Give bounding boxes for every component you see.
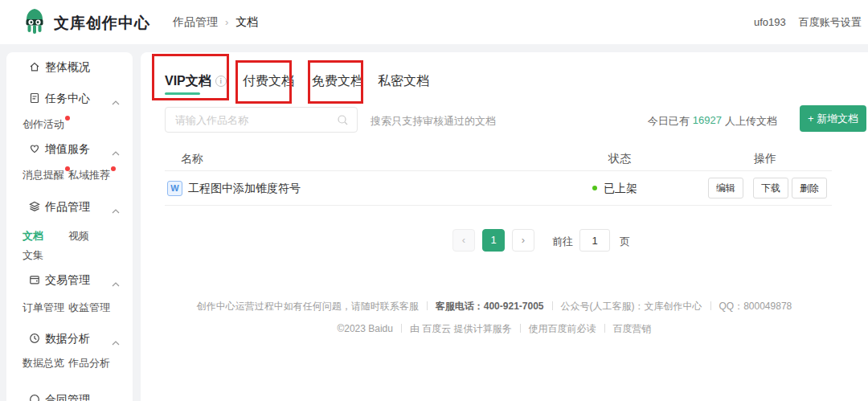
footer-qq: QQ：800049878 [719,301,792,312]
breadcrumb-separator: › [225,16,228,28]
home-icon [28,60,41,76]
footer-support-text: 创作中心运营过程中如有任何问题，请随时联系客服 [197,301,419,312]
sidebar-item-value-added[interactable]: 增值服务 [6,142,133,157]
divider [710,301,711,310]
pagination-unit-label: 页 [620,235,630,249]
sidebar-item-label: 数据分析 [45,332,90,346]
notification-dot [65,116,70,121]
add-document-button[interactable]: + 新增文档 [800,105,866,132]
sidebar-item-works-management[interactable]: 作品管理 [6,200,133,215]
delete-button[interactable]: 删除 [792,178,827,198]
sidebar-subitem-income-management[interactable]: 收益管理 [68,301,110,314]
footer-notice-link[interactable]: 使用百度前必读 [529,323,596,334]
sidebar-subitem-docs[interactable]: 文档 [23,230,43,243]
breadcrumb-parent[interactable]: 作品管理 [173,15,218,30]
circle-icon [28,393,41,401]
pagination-page-1[interactable]: 1 [482,229,505,252]
pagination-prev-button[interactable]: ‹ [452,229,475,252]
top-header: 文库创作中心 作品管理 › 文档 ufo193 百度账号设置 退出 [0,0,868,44]
notification-dot [111,166,116,171]
sidebar-item-trade-management[interactable]: 交易管理 [6,273,133,288]
footer-line-1: 创作中心运营过程中如有任何问题，请随时联系客服客服电话：400-921-7005… [141,300,848,313]
wenku-creation-center-page: 文库创作中心 作品管理 › 文档 ufo193 百度账号设置 退出 整体概况 任… [0,0,868,401]
sidebar-subitem-private-recommend[interactable]: 私域推荐 [68,169,116,182]
clock-icon [28,332,41,347]
tab-free-docs[interactable]: 免费文档 [312,73,363,89]
divider [520,324,521,333]
chevron-up-icon[interactable] [111,146,121,159]
sidebar-item-label: 任务中心 [45,92,90,106]
subitem-label: 数据总览 [23,357,64,369]
subitem-label: 收益管理 [68,301,110,313]
tab-label: 私密文档 [378,73,429,89]
breadcrumb: 作品管理 › 文档 [173,0,258,44]
sidebar-item-data-analysis[interactable]: 数据分析 [6,332,133,346]
username[interactable]: ufo193 [754,16,786,28]
search-input[interactable] [166,108,326,132]
sidebar-subitem-message-reminder[interactable]: 消息提醒 [23,169,70,182]
sidebar-subitem-order-management[interactable]: 订单管理 [23,301,64,314]
sidebar-subitem-collections[interactable]: 文集 [23,249,43,262]
footer-cloud-link[interactable]: 由 百度云 提供计算服务 [410,323,512,334]
subitem-label: 消息提醒 [23,169,64,181]
app-logo[interactable]: 文库创作中心 [23,8,150,39]
divider [604,324,605,333]
chevron-up-icon[interactable] [111,336,121,349]
squid-mascot-icon [23,8,47,39]
column-header-action: 操作 [754,152,776,166]
account-settings-link[interactable]: 百度账号设置 [799,15,862,30]
sidebar-item-overview[interactable]: 整体概况 [6,60,133,75]
chevron-up-icon[interactable] [111,96,121,108]
sidebar-item-label: 增值服务 [45,142,90,157]
info-icon[interactable]: i [215,76,227,87]
header-user-area: ufo193 百度账号设置 退出 [754,0,868,44]
sidebar-item-task-center[interactable]: 任务中心 [6,92,133,106]
tab-label: VIP文档 [165,73,211,89]
status-badge: 已上架 [604,182,637,196]
download-button[interactable]: 下载 [753,178,788,198]
word-doc-icon: W [167,181,182,196]
tab-label: 付费文档 [243,73,294,89]
column-header-name: 名称 [181,152,203,166]
pagination-next-button[interactable]: › [512,229,534,252]
sidebar: 整体概况 任务中心 创作活动 增值服务 消息提醒 私域推荐 作品管理 文档 视频… [6,52,133,401]
footer-wechat: 公众号(人工客服)：文库创作中心 [561,301,702,312]
stat-prefix: 今日已有 [648,114,690,129]
subitem-label: 视频 [68,230,89,242]
search-icon[interactable] [337,114,349,129]
divider [401,324,402,333]
subitem-label: 文集 [23,249,43,261]
main-content: VIP文档 i 付费文档 免费文档 私密文档 搜索只支持审核通过的文档 今日已有… [141,52,868,401]
pagination-goto-label: 前往 [552,235,573,249]
table-divider [165,205,832,206]
sidebar-subitem-videos[interactable]: 视频 [68,230,89,243]
tab-paid-docs[interactable]: 付费文档 [243,73,294,89]
chevron-up-icon[interactable] [111,277,121,290]
sidebar-subitem-creation-activity[interactable]: 创作活动 [23,118,70,131]
pagination-page-input[interactable] [579,229,610,252]
edit-button[interactable]: 编辑 [708,178,743,198]
search-hint: 搜索只支持审核通过的文档 [371,114,496,129]
sidebar-subitem-works-analysis[interactable]: 作品分析 [68,357,110,370]
layers-icon [28,200,41,215]
footer-marketing-link[interactable]: 百度营销 [613,323,652,334]
heart-icon [28,142,41,158]
sidebar-subitem-data-overview[interactable]: 数据总览 [23,357,64,370]
sidebar-item-label: 合同管理 [45,393,90,401]
tab-label: 免费文档 [312,73,363,89]
sidebar-item-contract-management[interactable]: 合同管理 [6,393,133,401]
search-box [165,107,358,133]
wallet-icon [28,273,41,288]
chevron-up-icon[interactable] [111,204,121,217]
divider [427,301,428,310]
tab-private-docs[interactable]: 私密文档 [378,73,429,89]
status-dot [592,186,597,190]
document-title[interactable]: 工程图中添加锥度符号 [188,182,301,196]
sidebar-item-label: 整体概况 [45,60,90,75]
subitem-label: 创作活动 [23,118,64,130]
tab-vip-docs[interactable]: VIP文档 i [165,73,227,89]
upload-stat: 今日已有 16927 人上传文档 [648,114,777,129]
subitem-label: 文档 [23,230,43,242]
task-list-icon [28,92,41,107]
column-header-status: 状态 [608,152,631,166]
